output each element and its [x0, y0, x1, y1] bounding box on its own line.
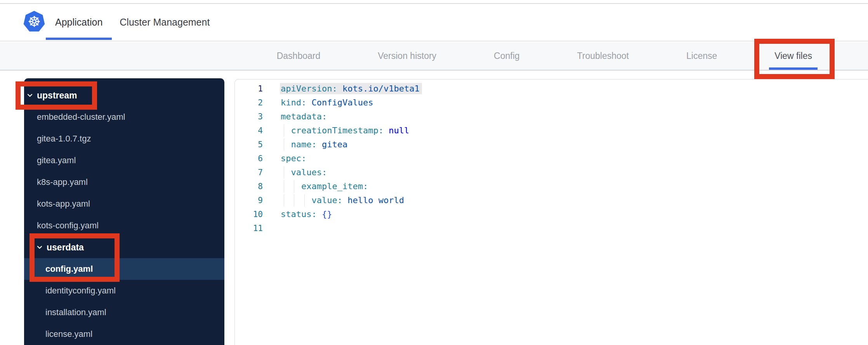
header-tab-application[interactable]: Application: [55, 4, 102, 41]
code-line: 7 values:: [235, 166, 868, 179]
file-label: embedded-cluster.yaml: [37, 112, 125, 122]
code-line-content: example_item:: [281, 179, 368, 193]
nav-tab-troubleshoot[interactable]: Troubleshoot: [577, 42, 629, 70]
folder-label: upstream: [37, 90, 77, 101]
nav-tab-version-history[interactable]: Version history: [378, 42, 436, 70]
code-line-content: name: gitea: [281, 138, 347, 152]
code-line: 4 creationTimestamp: null: [235, 124, 868, 138]
code-line: 5 name: gitea: [235, 138, 868, 152]
token-pl: [317, 209, 322, 219]
line-number: 5: [235, 138, 263, 152]
nav-tab-license[interactable]: License: [686, 42, 717, 70]
nav-tab-view-files[interactable]: View files: [774, 42, 812, 70]
line-highlight: apiVersion: kots.io/v1beta1: [280, 83, 422, 94]
file-tree-file-installation-yaml[interactable]: installation.yaml: [24, 302, 224, 323]
indent-guide: [284, 194, 284, 207]
file-tree-file-embedded-cluster-yaml[interactable]: embedded-cluster.yaml: [24, 106, 224, 128]
token-key: kind:: [281, 98, 306, 107]
line-number: 9: [235, 193, 263, 207]
code-line: 6spec:: [235, 152, 868, 166]
code-line-content: metadata:: [281, 110, 327, 124]
token-key: spec:: [281, 154, 306, 163]
line-number: 11: [235, 221, 263, 235]
line-number: 2: [235, 96, 263, 110]
token-val: ConfigValues: [311, 98, 373, 107]
header-tab-cluster-management[interactable]: Cluster Management: [120, 4, 210, 41]
code-line-content: kind: ConfigValues: [281, 96, 373, 110]
file-tree-folder-userdata[interactable]: userdata: [24, 236, 224, 258]
header-tab-bar: ApplicationCluster Management: [55, 4, 210, 41]
token-key: metadata:: [281, 112, 327, 121]
file-tree-file-config-yaml[interactable]: config.yaml: [24, 258, 224, 280]
file-tree-folder-upstream[interactable]: upstream: [24, 85, 224, 106]
code-line: 2kind: ConfigValues: [235, 96, 868, 110]
token-val: hello world: [347, 195, 404, 205]
indent-guide: [284, 124, 284, 137]
file-tree-sidebar: upstreamembedded-cluster.yamlgitea-1.0.7…: [24, 78, 224, 345]
chevron-down-icon: [26, 91, 34, 99]
nav-tab-config[interactable]: Config: [494, 42, 519, 70]
file-label: identityconfig.yaml: [45, 286, 116, 296]
indent-guide: [284, 138, 284, 151]
token-key: status:: [281, 209, 317, 219]
file-tree-file-gitea-1-0-7-tgz[interactable]: gitea-1.0.7.tgz: [24, 128, 224, 150]
token-key: value:: [281, 195, 342, 205]
line-number: 4: [235, 124, 263, 138]
token-pl: [342, 195, 347, 205]
secondary-nav: DashboardVersion historyConfigTroublesho…: [0, 42, 868, 71]
file-tree-file-kots-app-yaml[interactable]: kots-app.yaml: [24, 193, 224, 215]
file-label: config.yaml: [45, 264, 93, 274]
token-kw: null: [389, 126, 409, 135]
token-pl: [317, 140, 322, 149]
token-val: kots.io/v1beta1: [342, 84, 420, 93]
line-number: 10: [235, 207, 263, 221]
indent-guide: [284, 180, 284, 193]
line-number: 3: [235, 110, 263, 124]
code-line-content: apiVersion: kots.io/v1beta1: [281, 82, 422, 96]
file-tree-file-kots-config-yaml[interactable]: kots-config.yaml: [24, 215, 224, 236]
line-number: 1: [235, 82, 263, 96]
token-pl: [384, 126, 389, 135]
indent-guide: [304, 194, 305, 207]
file-label: kots-app.yaml: [37, 199, 90, 209]
file-tree-file-license-yaml[interactable]: license.yaml: [24, 323, 224, 345]
token-key: name:: [281, 140, 317, 149]
token-key: values:: [281, 167, 327, 177]
token-key: creationTimestamp:: [281, 126, 384, 135]
line-number: 7: [235, 166, 263, 179]
folder-label: userdata: [47, 242, 84, 253]
nav-tab-dashboard[interactable]: Dashboard: [277, 42, 321, 70]
code-line-content: value: hello world: [281, 193, 404, 207]
kubernetes-wheel-glyph: ☸: [23, 11, 45, 33]
code-line: 3metadata:: [235, 110, 868, 124]
token-pl: [306, 98, 311, 107]
code-line: 8 example_item:: [235, 179, 868, 193]
code-line-content: spec:: [281, 152, 306, 166]
chevron-down-icon: [36, 243, 43, 251]
token-br: {}: [322, 209, 332, 219]
code-editor[interactable]: 1apiVersion: kots.io/v1beta12kind: Confi…: [234, 79, 868, 345]
app-header: ☸ ApplicationCluster Management: [0, 4, 868, 41]
file-label: k8s-app.yaml: [37, 177, 88, 187]
code-line-content: values:: [281, 166, 327, 179]
file-tree-file-identityconfig-yaml[interactable]: identityconfig.yaml: [24, 280, 224, 302]
line-number: 8: [235, 179, 263, 193]
file-label: license.yaml: [45, 329, 92, 339]
kots-admin-console: ☸ ApplicationCluster Management Dashboar…: [0, 0, 868, 345]
token-key: apiVersion:: [281, 84, 337, 93]
kubernetes-logo-icon: ☸: [23, 11, 45, 33]
code-line: 9 value: hello world: [235, 193, 868, 207]
file-label: gitea.yaml: [37, 155, 76, 166]
code-line-content: creationTimestamp: null: [281, 124, 409, 138]
file-label: gitea-1.0.7.tgz: [37, 134, 91, 144]
indent-guide: [294, 194, 294, 207]
code-line: 10status: {}: [235, 207, 868, 221]
code-line: 11: [235, 221, 868, 235]
code-line: 1apiVersion: kots.io/v1beta1: [235, 82, 868, 96]
file-tree-file-gitea-yaml[interactable]: gitea.yaml: [24, 150, 224, 171]
file-label: installation.yaml: [45, 307, 106, 317]
indent-guide: [284, 166, 284, 179]
indent-guide: [294, 180, 294, 193]
file-tree-file-k8s-app-yaml[interactable]: k8s-app.yaml: [24, 171, 224, 193]
token-pl: [337, 84, 342, 93]
